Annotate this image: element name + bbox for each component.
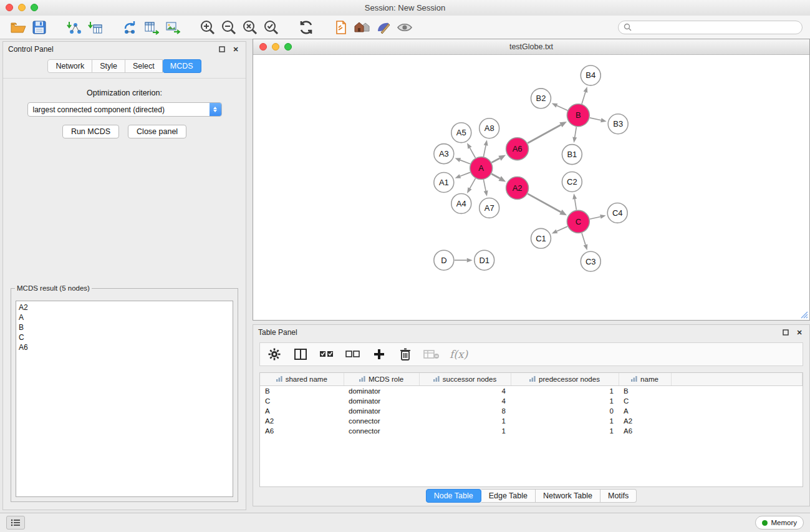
column-header-successor-nodes[interactable]: successor nodes <box>419 373 511 386</box>
graph-edge-A-A5[interactable] <box>470 148 475 158</box>
graph-node-C3[interactable]: C3 <box>581 251 600 271</box>
network-close-button[interactable] <box>259 43 267 51</box>
graph-edge-B-B3[interactable] <box>590 118 601 120</box>
save-session-button[interactable] <box>29 18 50 37</box>
close-panel-button[interactable]: ✕ <box>231 44 241 54</box>
apply-layout-button[interactable] <box>296 18 317 37</box>
graph-node-A2[interactable]: A2 <box>506 177 529 200</box>
toolbar-search[interactable] <box>618 21 803 34</box>
graph-node-B[interactable]: B <box>567 104 589 127</box>
graph-node-D1[interactable]: D1 <box>475 250 494 270</box>
tab-node-table[interactable]: Node Table <box>426 489 481 503</box>
graph-edge-B-B2[interactable] <box>557 105 567 110</box>
table-cell[interactable]: 4 <box>419 386 511 397</box>
optimization-criterion-select[interactable]: largest connected component (directed) <box>27 102 222 117</box>
table-cell[interactable]: A6 <box>619 426 671 436</box>
graph-edge-C-C1[interactable] <box>557 226 567 231</box>
table-cell[interactable]: C <box>260 396 344 406</box>
network-canvas[interactable]: B4B2BB3A8A5A6A3B1AA1C2A2A4A7C4CC1C3DD1 <box>254 55 809 319</box>
new-network-from-table-button[interactable] <box>141 18 162 37</box>
table-cell[interactable]: B <box>260 386 344 397</box>
table-cell[interactable]: 1 <box>511 426 619 436</box>
graph-edge-C-C2[interactable] <box>575 199 577 210</box>
mcds-result-item[interactable]: A6 <box>19 342 230 352</box>
table-row[interactable]: Adominator80A <box>260 406 803 416</box>
table-row[interactable]: Cdominator41C <box>260 396 803 406</box>
table-cell[interactable]: connector <box>344 416 419 426</box>
graph-node-C2[interactable]: C2 <box>562 172 582 192</box>
table-cell[interactable]: A2 <box>619 416 671 426</box>
graph-edge-A-A8[interactable] <box>483 145 486 157</box>
graph-node-B4[interactable]: B4 <box>581 65 600 85</box>
mcds-result-list[interactable]: A2ABCA6 <box>16 301 233 497</box>
unselect-all-button[interactable] <box>345 346 361 362</box>
mcds-result-item[interactable]: B <box>19 322 230 332</box>
graph-edge-A-A6[interactable] <box>491 158 499 163</box>
tab-style[interactable]: Style <box>92 59 125 73</box>
table-cell[interactable]: 1 <box>511 386 619 397</box>
table-cell[interactable]: dominator <box>344 396 419 406</box>
task-history-button[interactable] <box>6 516 25 530</box>
table-row[interactable]: Bdominator41B <box>260 386 803 397</box>
graph-node-A7[interactable]: A7 <box>480 198 499 218</box>
graph-edge-C-C4[interactable] <box>590 216 600 219</box>
graph-node-B3[interactable]: B3 <box>608 114 628 134</box>
select-all-button[interactable] <box>319 346 335 362</box>
graph-edge-C-C3[interactable] <box>582 233 586 244</box>
table-cell[interactable]: dominator <box>344 406 419 416</box>
graph-node-B1[interactable]: B1 <box>562 145 582 165</box>
table-cell[interactable]: C <box>619 396 671 406</box>
graph-edge-B-B4[interactable] <box>582 92 586 104</box>
graph-node-A1[interactable]: A1 <box>434 173 454 193</box>
table-cell[interactable]: 1 <box>511 396 619 406</box>
tab-motifs[interactable]: Motifs <box>600 489 637 503</box>
close-window-button[interactable] <box>6 4 13 11</box>
graph-node-A6[interactable]: A6 <box>506 138 529 160</box>
column-header-mcds-role[interactable]: MCDS role <box>344 373 419 386</box>
table-cell[interactable]: dominator <box>344 386 419 397</box>
graph-node-A[interactable]: A <box>470 157 493 180</box>
mcds-result-item[interactable]: A <box>19 312 230 322</box>
table-settings-button[interactable] <box>266 346 282 362</box>
table-cell[interactable]: B <box>619 386 671 397</box>
table-cell[interactable]: A <box>260 406 344 416</box>
close-panel-action-button[interactable]: Close panel <box>128 125 186 138</box>
zoom-out-button[interactable] <box>218 18 239 37</box>
import-table-button[interactable] <box>85 18 106 37</box>
graph-edge-A-A2[interactable] <box>491 174 499 178</box>
memory-button[interactable]: Memory <box>755 516 804 530</box>
resize-grip-icon[interactable] <box>799 310 808 319</box>
tab-mcds[interactable]: MCDS <box>163 59 201 73</box>
float-panel-button[interactable] <box>217 44 227 54</box>
graph-node-C[interactable]: C <box>567 210 589 233</box>
network-minimize-button[interactable] <box>272 43 279 51</box>
zoom-in-button[interactable] <box>197 18 218 37</box>
graph-edge-A-A4[interactable] <box>470 178 475 188</box>
graph-node-A3[interactable]: A3 <box>434 144 454 164</box>
table-cell[interactable]: A2 <box>260 416 344 426</box>
graph-edge-B-B1[interactable] <box>575 127 577 137</box>
table-cell[interactable]: 8 <box>419 406 511 416</box>
search-input[interactable] <box>635 22 797 32</box>
column-header-shared-name[interactable]: shared name <box>260 373 344 386</box>
graph-node-A8[interactable]: A8 <box>480 118 499 138</box>
open-document-button[interactable] <box>330 18 352 37</box>
zoom-selected-button[interactable] <box>261 18 282 37</box>
delete-column-button[interactable] <box>397 346 413 362</box>
graph-node-A5[interactable]: A5 <box>451 123 471 143</box>
graph-edge-A2-C[interactable] <box>528 194 561 212</box>
tab-select[interactable]: Select <box>125 59 163 73</box>
table-cell[interactable]: A6 <box>260 426 344 436</box>
clone-network-button[interactable] <box>120 18 141 37</box>
tab-network[interactable]: Network <box>47 59 92 73</box>
minimize-window-button[interactable] <box>18 4 26 11</box>
graph-edge-A-A3[interactable] <box>460 160 470 164</box>
table-row[interactable]: A6connector11A6 <box>260 426 803 436</box>
graph-edge-A-A7[interactable] <box>483 180 486 191</box>
table-float-panel-button[interactable] <box>781 327 791 337</box>
zoom-fit-button[interactable] <box>239 18 261 37</box>
graph-node-D[interactable]: D <box>434 250 454 270</box>
maximize-window-button[interactable] <box>31 4 38 11</box>
table-cell[interactable]: A <box>619 406 671 416</box>
tab-edge-table[interactable]: Edge Table <box>481 489 536 503</box>
